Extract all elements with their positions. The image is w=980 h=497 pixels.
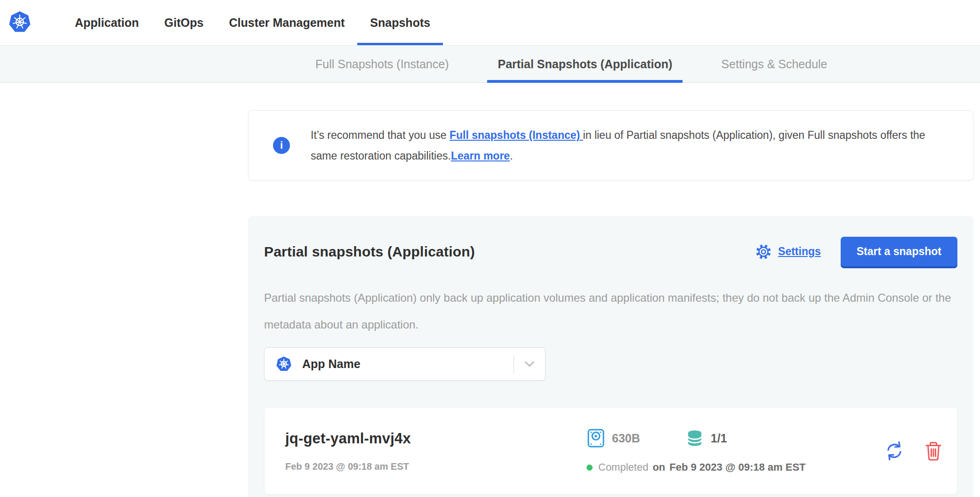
panel-header: Partial snapshots (Application) Settings…	[264, 237, 957, 266]
snapshot-row: jq-get-yaml-mvj4x Feb 9 2023 @ 09:18 am …	[264, 407, 957, 495]
partial-snapshots-panel: Partial snapshots (Application) Settings…	[248, 216, 973, 497]
snapshot-volumes-metric: 1/1	[685, 429, 727, 448]
app-selector-value: App Name	[302, 357, 361, 371]
green-dot	[586, 465, 593, 471]
kubernetes-logo-small-icon	[276, 356, 292, 372]
snapshot-size-value: 630B	[612, 432, 640, 445]
snapshot-name: jq-get-yaml-mvj4x	[285, 430, 586, 447]
page-title: Partial snapshots (Application)	[264, 244, 475, 260]
top-nav-items: Application GitOps Cluster Management Sn…	[62, 0, 443, 45]
snapshot-finished-timestamp: Feb 9 2023 @ 09:18 am EST	[669, 461, 805, 473]
content-area: i It’s recommend that you use Full snaps…	[0, 83, 980, 497]
disk-icon	[586, 428, 605, 448]
panel-actions: Settings Start a snapshot	[755, 237, 957, 266]
app-selector-control	[514, 348, 545, 380]
snapshot-details: 630B 1/1 Completed o	[586, 428, 884, 473]
full-snapshots-instance-link[interactable]: Full snapshots (Instance)	[450, 129, 583, 141]
kubernetes-logo	[8, 10, 31, 45]
tab-settings-schedule[interactable]: Settings & Schedule	[711, 46, 837, 82]
top-nav-bar: Application GitOps Cluster Management Sn…	[0, 0, 980, 45]
info-banner: i It’s recommend that you use Full snaps…	[248, 110, 973, 181]
gear-icon	[755, 243, 772, 261]
snapshot-started-timestamp: Feb 9 2023 @ 09:18 am EST	[285, 461, 586, 472]
snapshot-size-metric: 630B	[586, 428, 640, 448]
trash-icon	[924, 441, 943, 461]
snapshot-identity: jq-get-yaml-mvj4x Feb 9 2023 @ 09:18 am …	[285, 430, 586, 472]
panel-description: Partial snapshots (Application) only bac…	[264, 284, 957, 338]
snapshot-metrics: 630B 1/1	[586, 428, 884, 448]
tab-full-snapshots-instance[interactable]: Full Snapshots (Instance)	[305, 46, 459, 82]
top-tab-application[interactable]: Application	[62, 0, 152, 45]
info-banner-text: It’s recommend that you use Full snapsho…	[311, 125, 951, 166]
top-tab-gitops[interactable]: GitOps	[152, 0, 216, 45]
banner-text-start: It’s recommend that you use	[311, 129, 450, 141]
database-icon	[685, 429, 704, 448]
app-name-selector[interactable]: App Name	[264, 347, 546, 381]
chevron-down-icon[interactable]	[514, 361, 545, 367]
start-a-snapshot-button[interactable]: Start a snapshot	[841, 237, 957, 266]
status-label: Completed	[598, 461, 648, 473]
banner-text-end: .	[510, 150, 513, 162]
sub-nav-tabs: Full Snapshots (Instance) Partial Snapsh…	[305, 46, 866, 82]
status-finished-prefix: on	[652, 461, 665, 473]
tab-partial-snapshots-application[interactable]: Partial Snapshots (Application)	[487, 46, 683, 82]
restore-arrows-icon	[884, 440, 905, 462]
snapshot-settings-link[interactable]: Settings	[755, 243, 821, 261]
snapshots-sub-nav: Full Snapshots (Instance) Partial Snapsh…	[0, 45, 980, 83]
delete-snapshot-button[interactable]	[924, 441, 943, 461]
settings-link-label: Settings	[778, 245, 821, 258]
top-tab-cluster-management[interactable]: Cluster Management	[216, 0, 357, 45]
top-tab-snapshots[interactable]: Snapshots	[357, 0, 443, 45]
snapshot-volumes-value: 1/1	[711, 432, 727, 445]
info-circle-icon: i	[273, 137, 290, 154]
learn-more-link[interactable]: Learn more	[451, 150, 510, 162]
snapshot-actions	[884, 440, 943, 462]
restore-snapshot-button[interactable]	[884, 440, 905, 462]
snapshot-status: Completed on Feb 9 2023 @ 09:18 am EST	[586, 461, 884, 473]
